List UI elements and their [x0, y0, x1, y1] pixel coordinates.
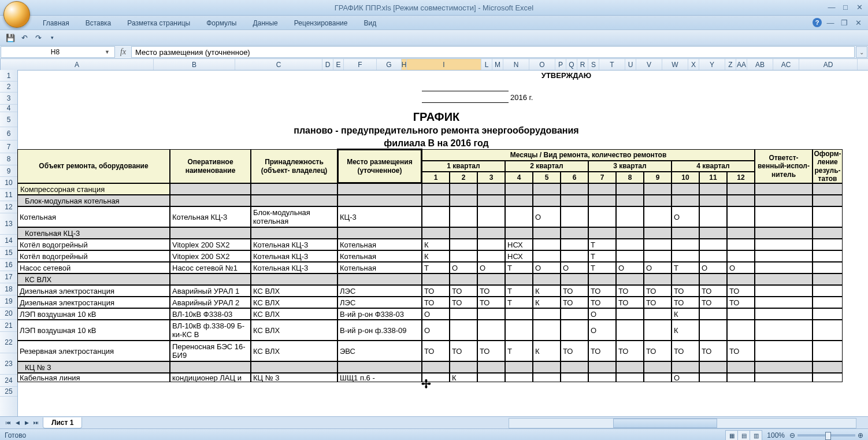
row-25-m4[interactable]: [505, 373, 533, 382]
row-22-m9[interactable]: [644, 320, 672, 341]
header-m12[interactable]: 12: [727, 172, 755, 183]
row-headers[interactable]: 1234567891011121314151617181920212223242…: [0, 70, 18, 416]
col-header-Q[interactable]: Q: [566, 59, 577, 70]
row-16-m3[interactable]: [477, 250, 505, 262]
row-21-m3[interactable]: [477, 308, 505, 320]
col-header-W[interactable]: W: [662, 59, 688, 70]
row-16-m5[interactable]: [533, 250, 561, 262]
row-19-b[interactable]: Аварийный УРАЛ 1: [170, 285, 251, 297]
tab-insert[interactable]: Вставка: [77, 17, 120, 29]
row-13-m7[interactable]: [588, 206, 616, 227]
row-25-m2[interactable]: К: [450, 373, 477, 382]
row-17-m7[interactable]: Т: [588, 262, 616, 273]
row-15-m1[interactable]: К: [422, 239, 450, 250]
row-23-c[interactable]: КС ВЛХ: [251, 341, 337, 361]
row-20-m10[interactable]: ТО: [672, 297, 699, 308]
row-23-a[interactable]: Резервная электростанция: [17, 341, 170, 361]
header-q4[interactable]: 4 квартал: [672, 161, 755, 172]
row-header-22[interactable]: 22: [0, 332, 17, 353]
row-17-a[interactable]: Насос сетевой: [17, 262, 170, 273]
row-15-b[interactable]: Vitoplex 200 SX2: [170, 239, 251, 250]
view-page-break-button[interactable]: ▥: [750, 430, 762, 440]
col-header-H[interactable]: H: [402, 59, 407, 70]
undo-icon[interactable]: ↶: [18, 32, 30, 43]
row-25-m10[interactable]: О: [672, 373, 699, 382]
row-21-m4[interactable]: [505, 308, 533, 320]
cells-area[interactable]: УТВЕРЖДАЮ2016 г.ГРАФИКпланово - предупре…: [17, 70, 868, 416]
row-21-m10[interactable]: К: [672, 308, 699, 320]
col-header-I[interactable]: I: [407, 59, 481, 70]
row-20-d[interactable]: ЛЭС: [337, 297, 422, 308]
formula-expand-icon[interactable]: ⌄: [856, 46, 867, 58]
row-25-c[interactable]: КЦ № 3: [251, 373, 337, 382]
section-14[interactable]: Котельная КЦ-3: [17, 227, 170, 239]
row-15-m12[interactable]: [727, 239, 755, 250]
col-header-AE[interactable]: AE: [858, 59, 868, 70]
header-m7[interactable]: 7: [588, 172, 616, 183]
row-header-4[interactable]: 4: [0, 105, 17, 112]
col-header-C[interactable]: C: [235, 59, 322, 70]
row-20-m11[interactable]: ТО: [699, 297, 727, 308]
row-13-m12[interactable]: [727, 206, 755, 227]
row-20-m8[interactable]: ТО: [616, 297, 644, 308]
row-22-m1[interactable]: О: [422, 320, 450, 341]
row-21-b[interactable]: ВЛ-10кВ Ф338-03: [170, 308, 251, 320]
header-resp[interactable]: Ответст-венный-испол-нитель: [755, 149, 813, 183]
row-20-m12[interactable]: ТО: [727, 297, 755, 308]
row-16-c[interactable]: Котельная КЦ-3: [251, 250, 337, 262]
header-m9[interactable]: 9: [644, 172, 672, 183]
row-20-c[interactable]: КС ВЛХ: [251, 297, 337, 308]
view-normal-button[interactable]: ▦: [725, 430, 738, 440]
row-15-m3[interactable]: [477, 239, 505, 250]
row-header-18[interactable]: 18: [0, 283, 17, 295]
row-19-m3[interactable]: ТО: [477, 285, 505, 297]
spreadsheet-grid[interactable]: ABCDEFGHILMNOPQRSTUVWXYZAAABACADAE 12345…: [0, 59, 868, 416]
col-header-AB[interactable]: AB: [747, 59, 773, 70]
horizontal-scroll-thumb[interactable]: [613, 419, 717, 428]
column-headers[interactable]: ABCDEFGHILMNOPQRSTUVWXYZAAABACADAE: [0, 59, 868, 71]
row-header-1[interactable]: 1: [0, 70, 17, 82]
row-23-b[interactable]: Переносная БЭС 16-БИ9: [170, 341, 251, 361]
row-22-m10[interactable]: К: [672, 320, 699, 341]
sheet-tab-1[interactable]: Лист 1: [43, 417, 82, 428]
row-16-d[interactable]: Котельная: [337, 250, 422, 262]
row-15-m11[interactable]: [699, 239, 727, 250]
row-19-a[interactable]: Дизельная электростанция: [17, 285, 170, 297]
row-20-m4[interactable]: Т: [505, 297, 533, 308]
row-23-m4[interactable]: Т: [505, 341, 533, 361]
row-23-m7[interactable]: ТО: [588, 341, 616, 361]
row-21-d[interactable]: В-ий р-он Ф338-03: [337, 308, 422, 320]
maximize-button[interactable]: □: [840, 2, 851, 12]
col-header-F[interactable]: F: [344, 59, 377, 70]
tab-home[interactable]: Главная: [35, 17, 77, 29]
col-header-O[interactable]: O: [529, 59, 555, 70]
row-16-m10[interactable]: [672, 250, 699, 262]
row-header-11[interactable]: 11: [0, 189, 17, 201]
row-25-m8[interactable]: [616, 373, 644, 382]
tab-view[interactable]: Вид: [355, 17, 384, 29]
row-header-7[interactable]: 7: [0, 140, 17, 153]
header-m1[interactable]: 1: [422, 172, 450, 183]
row-16-m2[interactable]: [450, 250, 477, 262]
col-header-M[interactable]: M: [492, 59, 503, 70]
row-header-14[interactable]: 14: [0, 235, 17, 247]
row-13-m2[interactable]: [450, 206, 477, 227]
col-header-N[interactable]: N: [503, 59, 529, 70]
row-13-m10[interactable]: О: [672, 206, 699, 227]
header-m8[interactable]: 8: [616, 172, 644, 183]
col-header-A[interactable]: A: [1, 59, 154, 70]
row-header-6[interactable]: 6: [0, 127, 17, 140]
zoom-track[interactable]: [797, 434, 855, 437]
row-22-d[interactable]: В-ий р-он ф.338-09: [337, 320, 422, 341]
col-header-G[interactable]: G: [377, 59, 402, 70]
row-20-m7[interactable]: ТО: [588, 297, 616, 308]
row-15-a[interactable]: Котёл водогрейный: [17, 239, 170, 250]
title-2[interactable]: планово - предупредительного ремонта эне…: [17, 124, 855, 137]
header-m5[interactable]: 5: [533, 172, 561, 183]
header-m6[interactable]: 6: [561, 172, 588, 183]
row-17-m1[interactable]: Т: [422, 262, 450, 273]
header-object[interactable]: Объект ремонта, оборудование: [17, 149, 170, 183]
row-20-m5[interactable]: К: [533, 297, 561, 308]
row-23-m9[interactable]: ТО: [644, 341, 672, 361]
row-17-m2[interactable]: О: [450, 262, 477, 273]
